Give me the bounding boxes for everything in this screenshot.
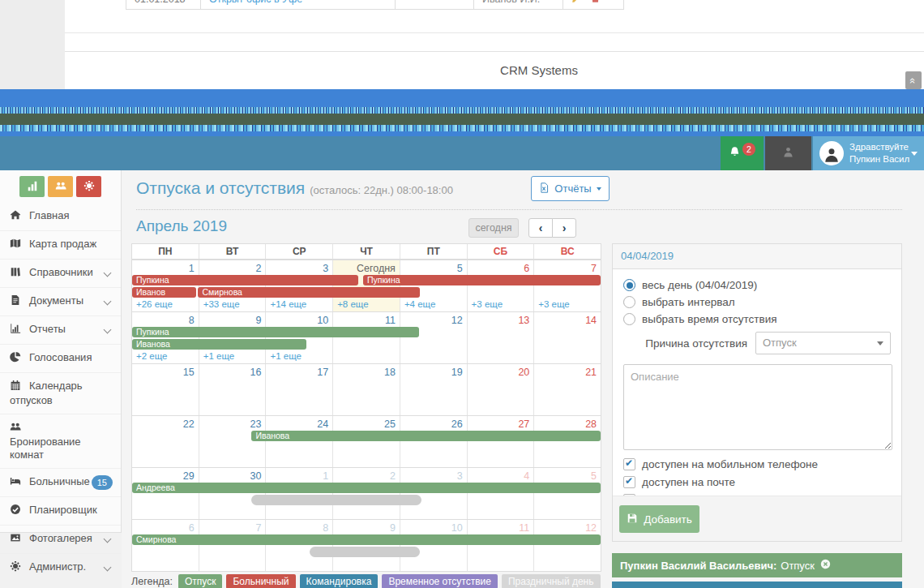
calendar-day-cell[interactable]: 4 bbox=[467, 468, 534, 519]
absence-bar[interactable]: Смирнова bbox=[198, 287, 419, 298]
calendar-day-cell[interactable]: 12 bbox=[400, 312, 467, 363]
calendar-day-cell[interactable]: Сегодня+8 еще bbox=[332, 260, 400, 311]
calendar-day-cell[interactable]: 21 bbox=[533, 364, 601, 415]
radio-option[interactable]: весь день (04/04/2019) bbox=[623, 279, 891, 291]
radio-selected-icon[interactable] bbox=[623, 279, 635, 291]
radio-option[interactable]: выбрать время отсутствия bbox=[623, 313, 891, 325]
absence-bar[interactable]: Андреева bbox=[132, 483, 601, 493]
pencil-icon[interactable] bbox=[571, 0, 582, 6]
add-button[interactable]: Добавить bbox=[619, 505, 699, 533]
calendar-day-cell[interactable]: 23 bbox=[199, 416, 266, 467]
calendar-day-cell[interactable]: 30 bbox=[199, 468, 266, 519]
more-events-link[interactable]: +14 еще bbox=[266, 299, 306, 311]
calendar-day-cell[interactable]: 26 bbox=[400, 416, 467, 467]
calendar-day-cell[interactable]: 28 bbox=[533, 416, 601, 467]
more-events-link[interactable]: +8 еще bbox=[333, 299, 368, 311]
reports-button[interactable]: Отчёты bbox=[531, 176, 610, 201]
calendar-day-cell[interactable]: 13 bbox=[467, 312, 534, 363]
calendar-day-cell[interactable]: 20 bbox=[467, 364, 534, 415]
calendar-day-cell[interactable]: 29 bbox=[132, 468, 199, 519]
sidebar-item-sick-leaves[interactable]: Больничные15 bbox=[0, 468, 121, 496]
calendar-day-cell[interactable]: 9+1 еще bbox=[199, 312, 266, 363]
calendar-day-cell[interactable]: 16 bbox=[199, 364, 266, 415]
sidebar-item-reports[interactable]: Отчеты bbox=[0, 315, 121, 344]
profile-toggle-button[interactable] bbox=[765, 136, 811, 170]
calendar-day-cell[interactable]: 6 bbox=[132, 520, 199, 571]
calendar-day-cell[interactable]: 3+14 еще bbox=[265, 260, 332, 311]
absence-bar[interactable]: Иванова bbox=[132, 339, 306, 350]
more-events-link[interactable]: +1 еще bbox=[199, 351, 234, 363]
quick-button-team[interactable] bbox=[48, 176, 73, 197]
calendar-day-cell[interactable]: 5+4 еще bbox=[400, 260, 467, 311]
calendar-day-cell[interactable]: 8 bbox=[265, 520, 332, 571]
sidebar-item-photo-gallery[interactable]: Фотогалерея bbox=[0, 525, 121, 553]
calendar-day-cell[interactable]: 1+26 еще bbox=[132, 260, 199, 311]
calendar-day-cell[interactable]: 11 bbox=[332, 312, 400, 363]
reason-select[interactable]: Отпуск bbox=[755, 332, 891, 354]
calendar-day-cell[interactable]: 7 bbox=[199, 520, 266, 571]
calendar-day-cell[interactable]: 19 bbox=[400, 364, 467, 415]
calendar-day-cell[interactable]: 18 bbox=[332, 364, 400, 415]
absence-bar[interactable]: Пупкина bbox=[132, 275, 358, 285]
checkbox-option[interactable]: доступен на почте bbox=[623, 476, 891, 488]
absence-bar[interactable]: Смирнова bbox=[132, 534, 601, 545]
calendar-day-cell[interactable]: 3 bbox=[400, 468, 467, 519]
calendar-day-cell[interactable]: 15 bbox=[132, 364, 199, 415]
ghost-bar[interactable] bbox=[251, 495, 421, 505]
calendar-day-cell[interactable]: 10 bbox=[400, 520, 467, 571]
calendar-day-cell[interactable]: 8+2 еще bbox=[132, 312, 199, 363]
sidebar-item-directories[interactable]: Справочники bbox=[0, 259, 121, 287]
sidebar-item-votes[interactable]: Голосования bbox=[0, 344, 121, 372]
checkbox-checked-icon[interactable] bbox=[623, 476, 635, 488]
absence-bar[interactable]: Иванов bbox=[132, 287, 196, 298]
more-events-link[interactable]: +1 еще bbox=[266, 351, 301, 363]
sidebar-item-room-booking[interactable]: Бронирование комнат bbox=[0, 414, 121, 468]
radio-icon[interactable] bbox=[623, 313, 635, 325]
absence-bar[interactable]: Пупкина bbox=[132, 327, 419, 337]
calendar-day-cell[interactable]: 10+1 еще bbox=[265, 312, 332, 363]
calendar-day-cell[interactable]: 25 bbox=[332, 416, 400, 467]
calendar-day-cell[interactable]: 2 bbox=[332, 468, 400, 519]
sidebar-item-sales-map[interactable]: Карта продаж bbox=[0, 230, 121, 259]
checkbox-checked-icon[interactable] bbox=[623, 458, 635, 470]
sidebar-item-home[interactable]: Главная bbox=[0, 203, 121, 230]
more-events-link[interactable]: +26 еще bbox=[132, 299, 173, 311]
close-circle-icon[interactable] bbox=[819, 559, 831, 572]
calendar-day-cell[interactable]: 17 bbox=[265, 364, 332, 415]
calendar-day-cell[interactable]: 27 bbox=[467, 416, 534, 467]
calendar-day-cell[interactable]: 1 bbox=[265, 468, 332, 519]
sidebar-item-planner[interactable]: Планировщик bbox=[0, 496, 121, 525]
calendar-day-cell[interactable]: 12 bbox=[533, 520, 601, 571]
sidebar-item-admin[interactable]: Администр. bbox=[0, 553, 121, 582]
calendar-day-cell[interactable]: 5 bbox=[533, 468, 601, 519]
prev-month-button[interactable]: ‹ bbox=[528, 218, 553, 238]
next-month-button[interactable]: › bbox=[552, 218, 576, 238]
calendar-day-cell[interactable]: 11 bbox=[467, 520, 534, 571]
scroll-top-button[interactable]: « bbox=[905, 71, 922, 89]
calendar-day-cell[interactable]: 9 bbox=[332, 520, 400, 571]
news-link[interactable]: Открыт офис в Уфе bbox=[201, 0, 396, 9]
ghost-bar[interactable] bbox=[310, 547, 420, 557]
more-events-link[interactable]: +3 еще bbox=[534, 299, 569, 311]
quick-button-settings[interactable] bbox=[76, 176, 101, 197]
absence-bar[interactable]: Пупкина bbox=[363, 275, 601, 285]
radio-icon[interactable] bbox=[623, 296, 635, 308]
calendar-day-cell[interactable]: 14 bbox=[533, 312, 601, 363]
calendar-day-cell[interactable]: 2+33 еще bbox=[199, 260, 266, 311]
notifications-button[interactable]: 2 bbox=[721, 136, 764, 170]
quick-button-stats[interactable] bbox=[19, 176, 45, 197]
sidebar-item-vacation-calendar[interactable]: Календарь отпусков bbox=[0, 372, 121, 414]
user-menu[interactable]: Здравствуйте, Пупкин Васил... bbox=[813, 136, 924, 170]
radio-option[interactable]: выбрать интервал bbox=[623, 296, 891, 308]
checkbox-option[interactable]: доступен на мобильном телефоне bbox=[623, 458, 891, 470]
absence-entry-bar-clipped[interactable] bbox=[612, 582, 902, 588]
trash-icon[interactable] bbox=[590, 0, 601, 6]
absence-bar[interactable]: Иванова bbox=[251, 431, 601, 441]
today-button[interactable]: сегодня bbox=[468, 218, 519, 238]
more-events-link[interactable]: +3 еще bbox=[468, 299, 503, 311]
more-events-link[interactable]: +33 еще bbox=[199, 299, 240, 311]
more-events-link[interactable]: +4 еще bbox=[400, 299, 435, 311]
calendar-day-cell[interactable]: 24 bbox=[265, 416, 332, 467]
calendar-day-cell[interactable]: 6+3 еще bbox=[467, 260, 534, 311]
calendar-day-cell[interactable]: 7+3 еще bbox=[533, 260, 601, 311]
